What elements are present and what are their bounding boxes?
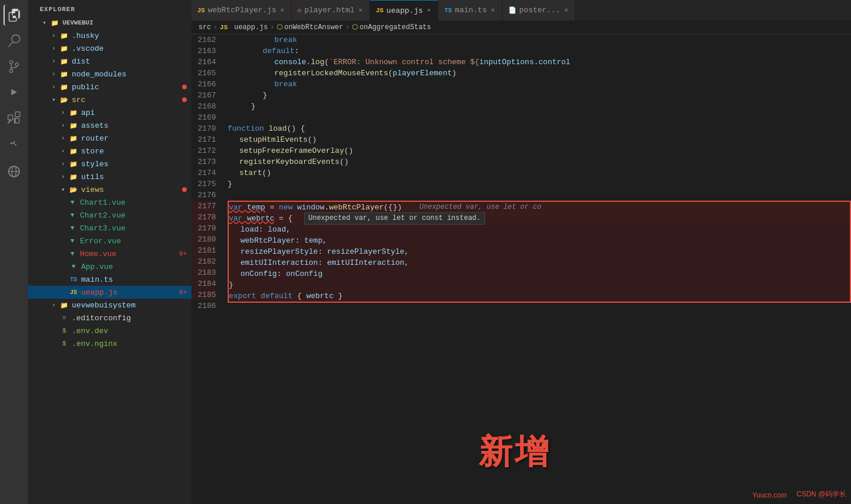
- run-icon[interactable]: [4, 82, 25, 103]
- code-line-2177: var temp = new window.webRtcPlayer({}) U…: [229, 202, 850, 213]
- tab-close[interactable]: ×: [563, 6, 570, 15]
- js-icon: JS: [197, 7, 205, 14]
- code-line-2167: }: [228, 90, 851, 101]
- sidebar-item-home-vue[interactable]: ▼ Home.vue 9+: [28, 247, 191, 260]
- folder-icon: 📁: [60, 31, 69, 40]
- sidebar: EXPLORER ▾ 📁 UEVWEBUI › 📁 .husky › 📁 .vs…: [28, 0, 191, 504]
- explorer-icon[interactable]: [4, 5, 25, 26]
- folder-icon: 📁: [60, 57, 69, 66]
- sidebar-item-editorconfig[interactable]: › ≡ .editorconfig: [28, 312, 191, 324]
- item-label: ueapp.js: [81, 288, 179, 297]
- expand-arrow: ›: [49, 82, 58, 92]
- tab-bar: JS webRtcPlayer.js × ◇ player.html × JS …: [191, 0, 851, 20]
- folder-icon: 📁: [69, 159, 78, 169]
- sidebar-item-public[interactable]: › 📁 public: [28, 80, 191, 93]
- expand-arrow: ›: [49, 44, 58, 53]
- tab-close[interactable]: ×: [490, 6, 496, 15]
- item-label: router: [81, 134, 191, 143]
- sidebar-item-assets[interactable]: › 📁 assets: [28, 119, 191, 132]
- sidebar-item-dist[interactable]: › 📁 dist: [28, 55, 191, 68]
- sidebar-item-uevwebui-system[interactable]: › 📁 uevwebuisystem: [28, 299, 191, 312]
- item-label: api: [81, 108, 191, 117]
- sidebar-item-utils[interactable]: › 📁 utils: [28, 170, 191, 183]
- sidebar-item-error-vue[interactable]: ▼ Error.vue: [28, 235, 191, 247]
- modified-dot: [182, 97, 187, 102]
- sidebar-item-husky[interactable]: › 📁 .husky: [28, 29, 191, 42]
- item-label: styles: [81, 160, 191, 169]
- tab-close[interactable]: ×: [279, 6, 285, 15]
- tab-player-html[interactable]: ◇ player.html ×: [292, 0, 370, 20]
- tab-ueapp-js[interactable]: JS ueapp.js ×: [370, 0, 438, 20]
- expand-arrow: ›: [49, 300, 58, 310]
- line-numbers: 2162 2163 2164 2165 2166 2167 2168 2169 …: [191, 34, 223, 504]
- vue-icon: ▼: [69, 262, 78, 271]
- expand-arrow: ›: [58, 146, 68, 156]
- sidebar-item-node-modules[interactable]: › 📁 node_modules: [28, 68, 191, 80]
- sidebar-item-api[interactable]: › 📁 api: [28, 106, 191, 119]
- sidebar-item-env-nginx[interactable]: › $ .env.nginx: [28, 337, 191, 350]
- tab-label: webRtcPlayer.js: [208, 6, 276, 15]
- tab-close[interactable]: ×: [426, 6, 433, 15]
- sidebar-item-chart1[interactable]: ▼ Chart1.vue: [28, 196, 191, 209]
- code-line-2169: [228, 112, 851, 123]
- sidebar-item-views[interactable]: ▾ 📂 views: [28, 183, 191, 196]
- code-line-2182: emitUIInteraction: emitUIInteraction,: [229, 257, 850, 268]
- root-label: UEVWEBUI: [62, 19, 191, 26]
- sidebar-item-store[interactable]: › 📁 store: [28, 145, 191, 158]
- item-label: views: [81, 186, 182, 194]
- sidebar-item-main-ts[interactable]: › TS main.ts: [28, 273, 191, 286]
- code-line-2164: console.log(`ERROR: Unknown control sche…: [228, 57, 851, 68]
- sidebar-item-src[interactable]: ▾ 📂 src: [28, 93, 191, 106]
- tab-close[interactable]: ×: [357, 6, 364, 15]
- modified-dot: [182, 85, 187, 89]
- extensions-icon[interactable]: [4, 107, 25, 128]
- code-line-2162: break: [228, 34, 851, 46]
- breadcrumb-src[interactable]: src: [198, 23, 211, 32]
- code-line-2183: onConfig: onConfig: [229, 268, 850, 279]
- item-label: Error.vue: [80, 237, 191, 246]
- docker-icon[interactable]: [4, 135, 25, 156]
- item-label: store: [81, 147, 191, 156]
- item-label: Chart3.vue: [80, 224, 191, 233]
- tab-label: poster...: [519, 6, 560, 15]
- item-label: main.ts: [81, 275, 191, 284]
- sidebar-item-app-vue[interactable]: › ▼ App.vue: [28, 260, 191, 273]
- item-label: .vscode: [72, 44, 191, 53]
- item-label: .husky: [72, 32, 191, 40]
- code-line-2176: [228, 190, 851, 201]
- folder-icon: 📁: [60, 44, 69, 53]
- tab-main-ts[interactable]: TS main.ts ×: [438, 0, 502, 20]
- sidebar-item-vscode[interactable]: › 📁 .vscode: [28, 42, 191, 55]
- code-line-2170: function load() {: [228, 123, 851, 134]
- sidebar-item-env-dev[interactable]: › $ .env.dev: [28, 324, 191, 337]
- collapse-arrow: ▾: [49, 95, 58, 104]
- main-editor: JS webRtcPlayer.js × ◇ player.html × JS …: [191, 0, 851, 504]
- breadcrumb-file[interactable]: JS ueapp.js: [220, 23, 268, 32]
- yuucn-watermark: Yuucn.com: [752, 491, 787, 499]
- code-line-2184: }: [229, 279, 850, 290]
- sidebar-item-chart3[interactable]: ▼ Chart3.vue: [28, 222, 191, 235]
- root-folder[interactable]: ▾ 📁 UEVWEBUI: [28, 16, 191, 29]
- search-icon[interactable]: [4, 30, 25, 51]
- tab-webrtcplayer[interactable]: JS webRtcPlayer.js ×: [191, 0, 292, 20]
- breadcrumb-func1[interactable]: ⬡onWebRtcAnswer: [277, 23, 343, 32]
- explorer-header: EXPLORER: [28, 0, 191, 16]
- tab-poster[interactable]: 📄 poster... ×: [503, 0, 576, 20]
- folder-icon: 📁: [69, 134, 78, 143]
- breadcrumb-func2[interactable]: ⬡onAggregatedStats: [352, 23, 431, 32]
- code-line-2163: default:: [228, 46, 851, 57]
- sidebar-item-ueapp-js[interactable]: › JS ueapp.js 9+: [28, 286, 191, 299]
- activity-bar: [0, 0, 28, 504]
- collapse-arrow: ▾: [40, 18, 49, 27]
- code-line-2181: resizePlayerStyle: resizePlayerStyle,: [229, 246, 850, 257]
- item-label: .env.nginx: [72, 340, 191, 348]
- sidebar-item-styles[interactable]: › 📁 styles: [28, 158, 191, 170]
- source-control-icon[interactable]: [4, 56, 25, 77]
- file-icon: 📄: [508, 6, 517, 14]
- collapse-arrow: ▾: [58, 185, 68, 194]
- sidebar-item-chart2[interactable]: ▼ Chart2.vue: [28, 209, 191, 222]
- vue-icon: ▼: [68, 249, 77, 258]
- remote-icon[interactable]: [4, 161, 25, 182]
- vue-icon: ▼: [68, 198, 77, 207]
- sidebar-item-router[interactable]: › 📁 router: [28, 132, 191, 145]
